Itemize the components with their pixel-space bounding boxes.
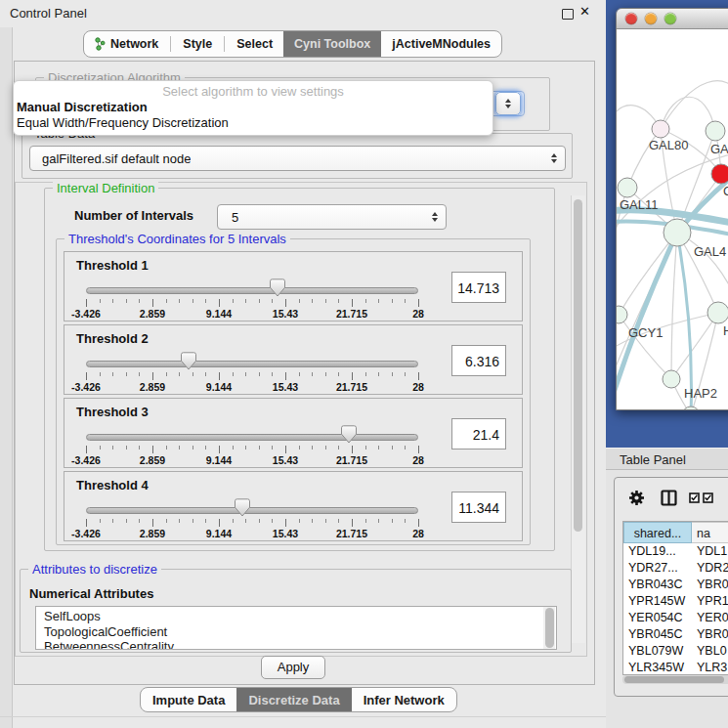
tick-mark — [245, 299, 246, 303]
tab-discretize-data[interactable]: Discretize Data — [236, 688, 351, 711]
tick-label: -3.426 — [71, 308, 101, 320]
tick-mark — [100, 519, 101, 523]
network-node-c[interactable] — [711, 164, 728, 184]
slider-track — [86, 287, 418, 294]
attribute-item-topologicalcoefficient[interactable]: TopologicalCoefficient — [44, 624, 556, 640]
table-row[interactable]: YDR27...YDR2 — [623, 560, 728, 577]
tick-label: 28 — [412, 308, 424, 320]
threshold-slider[interactable]: -3.4262.8599.14415.4321.71528 — [86, 497, 418, 538]
threshold-value-field[interactable]: 11.344 — [451, 492, 506, 523]
tab-jactivemnodules[interactable]: jActiveMNodules — [381, 31, 501, 57]
node-label: GAL80 — [649, 138, 688, 152]
network-node-gcy1[interactable] — [617, 306, 627, 323]
table-row[interactable]: YPR145WYPR1 — [623, 593, 728, 610]
slider-thumb[interactable] — [341, 425, 357, 444]
network-node[interactable] — [682, 407, 700, 410]
tab-label: Select — [236, 37, 273, 51]
settings-gear-icon[interactable] — [628, 490, 645, 506]
node-table[interactable]: shared...na YDL19...YDL1YDR27...YDR2YBR0… — [622, 521, 728, 675]
numerical-attributes-list[interactable]: SelfLoopsTopologicalCoefficientBetweenne… — [35, 606, 557, 650]
threshold-value-field[interactable]: 6.316 — [451, 345, 506, 376]
table-row[interactable]: YBL079WYBL0 — [623, 643, 728, 660]
vertical-scrollbar[interactable] — [571, 195, 585, 643]
tick-mark — [418, 519, 419, 527]
network-node-hap2[interactable] — [663, 370, 680, 388]
tick-mark — [365, 446, 366, 450]
minimize-button[interactable] — [645, 13, 657, 24]
table-cell: YBR043C — [623, 577, 692, 593]
column-header[interactable]: na — [692, 522, 728, 543]
tab-network[interactable]: Network — [84, 31, 169, 57]
algorithm-option-equal-width-frequency-discretization[interactable]: Equal Width/Frequency Discretization — [14, 115, 492, 131]
attribute-item-betweennesscentrality[interactable]: BetweennessCentrality — [44, 639, 556, 650]
table-body: YDL19...YDL1YDR27...YDR2YBR043CYBR0YPR14… — [623, 543, 728, 675]
network-window[interactable]: GAL80GACGAL11GAL4GCY1HHAP2 — [616, 8, 728, 410]
threshold-slider[interactable]: -3.4262.8599.14415.4321.71528 — [86, 424, 418, 465]
tab-cyni-toolbox[interactable]: Cyni Toolbox — [283, 31, 381, 57]
float-panel-icon[interactable] — [562, 9, 574, 20]
tick-mark — [86, 519, 87, 527]
checkbox-icons[interactable] — [689, 492, 713, 503]
node-label: H — [723, 323, 728, 338]
tick-mark — [219, 446, 220, 453]
tab-style[interactable]: Style — [172, 31, 223, 57]
table-cell: YBR045C — [623, 626, 692, 643]
horizontal-scrollbar[interactable] — [622, 675, 728, 684]
table-row[interactable]: YBR045CYBR0 — [623, 626, 728, 643]
table-toolbar — [615, 478, 728, 517]
tick-mark — [86, 299, 87, 307]
tab-label: jActiveMNodules — [392, 37, 491, 51]
network-graph[interactable]: GAL80GACGAL11GAL4GCY1HHAP2 — [617, 29, 728, 410]
algorithm-option-manual-discretization[interactable]: Manual Discretization — [14, 100, 492, 115]
scrollbar-thumb[interactable] — [624, 676, 724, 683]
tick-mark — [392, 519, 393, 523]
down-arrow-icon — [505, 105, 511, 108]
close-button[interactable] — [625, 13, 637, 24]
threshold-slider[interactable]: -3.4262.8599.14415.4321.71528 — [86, 351, 418, 392]
algorithm-combobox-stepper[interactable] — [495, 92, 521, 115]
network-node-ga[interactable] — [706, 121, 725, 141]
tick-mark — [299, 372, 300, 376]
table-cell: YBR0 — [692, 626, 728, 643]
threshold-value-field[interactable]: 21.4 — [451, 418, 506, 450]
table-row[interactable]: YBR043CYBR0 — [623, 577, 728, 593]
zoom-button[interactable] — [664, 13, 676, 24]
table-cell: YDR27... — [623, 560, 692, 577]
threshold-value-field[interactable]: 14.713 — [451, 272, 506, 303]
node-label: GAL4 — [694, 244, 726, 259]
scrollbar-thumb[interactable] — [574, 199, 582, 532]
number-of-intervals-combobox[interactable]: 5 — [217, 204, 447, 230]
slider-thumb[interactable] — [235, 498, 250, 517]
tick-mark — [325, 519, 326, 523]
tick-mark — [193, 299, 193, 303]
tick-mark — [338, 372, 339, 376]
algorithm-dropdown-popup: Select algorithm to view settings Manual… — [13, 80, 493, 136]
column-header[interactable]: shared... — [623, 522, 692, 543]
table-data-combobox[interactable]: galFiltered.sif default node — [29, 146, 566, 171]
network-node-h[interactable] — [707, 302, 728, 323]
apply-button[interactable]: Apply — [261, 656, 325, 679]
tick-mark — [86, 446, 87, 453]
table-row[interactable]: YLR345WYLR3 — [623, 660, 728, 675]
tick-mark — [219, 372, 220, 380]
threshold-slider[interactable]: -3.4262.8599.14415.4321.71528 — [86, 278, 418, 319]
network-node-gal80[interactable] — [652, 120, 669, 138]
tab-select[interactable]: Select — [226, 31, 283, 57]
network-node-gal4[interactable] — [664, 219, 691, 246]
slider-thumb[interactable] — [270, 278, 285, 297]
table-cell: YER0 — [692, 610, 728, 626]
network-canvas[interactable]: GAL80GACGAL11GAL4GCY1HHAP2 — [617, 29, 728, 410]
column-layout-icon[interactable] — [661, 490, 677, 506]
table-row[interactable]: YDL19...YDL1 — [623, 543, 728, 560]
close-panel-icon[interactable]: ✕ — [579, 4, 590, 19]
scrollbar-thumb[interactable] — [545, 608, 554, 648]
slider-thumb[interactable] — [181, 352, 196, 370]
attribute-item-selfloops[interactable]: SelfLoops — [44, 609, 556, 624]
tick-label: 2.859 — [140, 528, 165, 539]
network-node-gal11[interactable] — [618, 178, 637, 197]
table-row[interactable]: YER054CYER0 — [623, 610, 728, 626]
tick-mark — [312, 299, 313, 303]
tab-infer-network[interactable]: Infer Network — [352, 688, 456, 711]
attributes-scrollbar[interactable] — [543, 607, 555, 649]
tab-impute-data[interactable]: Impute Data — [141, 688, 236, 711]
